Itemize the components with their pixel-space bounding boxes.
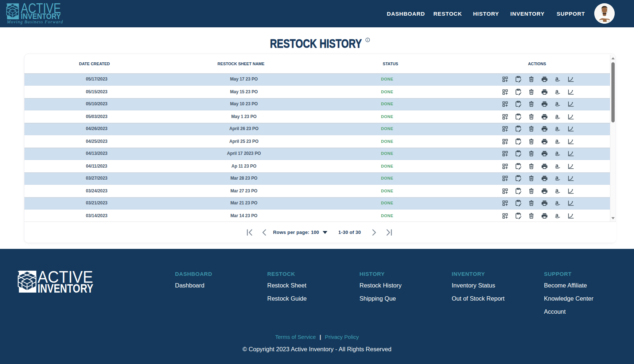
- delete-sheet-icon[interactable]: [528, 175, 535, 182]
- print-sheet-icon[interactable]: [541, 163, 548, 170]
- table-row[interactable]: 04/25/2023 April 25 23 PO DONE: [24, 135, 611, 148]
- delete-sheet-icon[interactable]: [528, 101, 535, 107]
- last-page-button[interactable]: [386, 229, 392, 236]
- footer-link-restock-sheet[interactable]: Restock Sheet: [267, 282, 359, 289]
- delete-sheet-icon[interactable]: [528, 150, 535, 157]
- rows-per-page-value[interactable]: 100: [311, 222, 319, 243]
- table-row[interactable]: 04/11/2023 Ap 11 23 PO DONE: [24, 160, 611, 172]
- delete-sheet-icon[interactable]: [528, 200, 535, 207]
- print-sheet-icon[interactable]: [541, 138, 548, 145]
- previous-page-button[interactable]: [262, 229, 267, 236]
- amazon-icon[interactable]: [554, 163, 561, 170]
- footer-link-dashboard[interactable]: Dashboard: [175, 282, 267, 289]
- analytics-icon[interactable]: [567, 101, 574, 107]
- edit-sheet-icon[interactable]: [515, 188, 522, 195]
- add-to-dashboard-icon[interactable]: [502, 101, 509, 107]
- analytics-icon[interactable]: [567, 188, 574, 195]
- nav-item-restock[interactable]: RESTOCK: [433, 11, 462, 17]
- add-to-dashboard-icon[interactable]: [502, 212, 509, 219]
- table-row[interactable]: 05/15/2023 May 15 23 PO DONE: [24, 86, 611, 98]
- amazon-icon[interactable]: [554, 101, 561, 107]
- amazon-icon[interactable]: [554, 212, 561, 219]
- table-row[interactable]: 03/27/2023 Mar 28 23 PO DONE: [24, 172, 611, 185]
- table-row[interactable]: 04/13/2023 April 17 2023 PO DONE: [24, 148, 611, 160]
- edit-sheet-icon[interactable]: [515, 89, 522, 95]
- analytics-icon[interactable]: [567, 200, 574, 207]
- amazon-icon[interactable]: [554, 76, 561, 83]
- analytics-icon[interactable]: [567, 113, 574, 120]
- edit-sheet-icon[interactable]: [515, 150, 522, 157]
- delete-sheet-icon[interactable]: [528, 76, 535, 83]
- table-row[interactable]: 05/17/2023 May 17 23 PO DONE: [24, 73, 611, 86]
- amazon-icon[interactable]: [554, 113, 561, 120]
- footer-link-become-affiliate[interactable]: Become Affiliate: [544, 282, 634, 289]
- add-to-dashboard-icon[interactable]: [502, 175, 509, 182]
- footer-brand-logo[interactable]: ACTIVE INVENTORY: [0, 249, 109, 304]
- delete-sheet-icon[interactable]: [528, 138, 535, 145]
- print-sheet-icon[interactable]: [541, 89, 548, 95]
- add-to-dashboard-icon[interactable]: [502, 150, 509, 157]
- analytics-icon[interactable]: [567, 89, 574, 95]
- amazon-icon[interactable]: [554, 138, 561, 145]
- first-page-button[interactable]: [247, 229, 253, 236]
- scrollbar-up-arrow[interactable]: [610, 56, 615, 61]
- table-scrollbar[interactable]: [610, 55, 615, 222]
- print-sheet-icon[interactable]: [541, 200, 548, 207]
- privacy-policy-link[interactable]: Privacy Policy: [325, 334, 359, 340]
- print-sheet-icon[interactable]: [541, 212, 548, 219]
- brand-logo[interactable]: ACTIVE INVENTORY Moving Business Forward: [0, 0, 95, 27]
- table-row[interactable]: 03/21/2023 Mar 21 23 PO DONE: [24, 197, 611, 210]
- rows-per-page-dropdown-caret[interactable]: [323, 231, 327, 234]
- table-row[interactable]: 03/14/2023 Mar 14 23 PO DONE: [24, 210, 611, 222]
- table-row[interactable]: 05/03/2023 May 1 23 PO DONE: [24, 110, 611, 123]
- add-to-dashboard-icon[interactable]: [502, 113, 509, 120]
- edit-sheet-icon[interactable]: [515, 138, 522, 145]
- amazon-icon[interactable]: [554, 150, 561, 157]
- footer-link-inventory-status[interactable]: Inventory Status: [452, 282, 544, 289]
- terms-of-service-link[interactable]: Terms of Service: [275, 334, 316, 340]
- delete-sheet-icon[interactable]: [528, 89, 535, 95]
- add-to-dashboard-icon[interactable]: [502, 200, 509, 207]
- next-page-button[interactable]: [372, 229, 377, 236]
- scrollbar-down-arrow[interactable]: [610, 216, 615, 221]
- add-to-dashboard-icon[interactable]: [502, 163, 509, 170]
- nav-item-support[interactable]: SUPPORT: [557, 11, 585, 17]
- footer-link-knowledge-center[interactable]: Knowledge Center: [544, 295, 634, 302]
- amazon-icon[interactable]: [554, 125, 561, 132]
- table-row[interactable]: 04/26/2023 April 26 23 PO DONE: [24, 123, 611, 135]
- edit-sheet-icon[interactable]: [515, 125, 522, 132]
- edit-sheet-icon[interactable]: [515, 175, 522, 182]
- user-avatar[interactable]: [594, 3, 615, 24]
- amazon-icon[interactable]: [554, 188, 561, 195]
- analytics-icon[interactable]: [567, 138, 574, 145]
- edit-sheet-icon[interactable]: [515, 212, 522, 219]
- add-to-dashboard-icon[interactable]: [502, 89, 509, 95]
- nav-item-history[interactable]: HISTORY: [473, 11, 499, 17]
- add-to-dashboard-icon[interactable]: [502, 138, 509, 145]
- table-row[interactable]: 03/24/2023 Mar 27 23 PO DONE: [24, 185, 611, 197]
- print-sheet-icon[interactable]: [541, 76, 548, 83]
- footer-link-shipping-que[interactable]: Shipping Que: [359, 295, 452, 302]
- print-sheet-icon[interactable]: [541, 125, 548, 132]
- edit-sheet-icon[interactable]: [515, 76, 522, 83]
- add-to-dashboard-icon[interactable]: [502, 188, 509, 195]
- info-icon[interactable]: [365, 38, 370, 42]
- analytics-icon[interactable]: [567, 150, 574, 157]
- edit-sheet-icon[interactable]: [515, 200, 522, 207]
- add-to-dashboard-icon[interactable]: [502, 125, 509, 132]
- analytics-icon[interactable]: [567, 175, 574, 182]
- amazon-icon[interactable]: [554, 175, 561, 182]
- print-sheet-icon[interactable]: [541, 101, 548, 107]
- footer-link-restock-guide[interactable]: Restock Guide: [267, 295, 359, 302]
- table-row[interactable]: 05/10/2023 May 10 23 PO DONE: [24, 98, 611, 110]
- delete-sheet-icon[interactable]: [528, 125, 535, 132]
- amazon-icon[interactable]: [554, 89, 561, 95]
- print-sheet-icon[interactable]: [541, 113, 548, 120]
- edit-sheet-icon[interactable]: [515, 113, 522, 120]
- analytics-icon[interactable]: [567, 212, 574, 219]
- scrollbar-thumb[interactable]: [611, 62, 615, 122]
- delete-sheet-icon[interactable]: [528, 188, 535, 195]
- delete-sheet-icon[interactable]: [528, 163, 535, 170]
- footer-link-out-of-stock-report[interactable]: Out of Stock Report: [452, 295, 544, 302]
- print-sheet-icon[interactable]: [541, 175, 548, 182]
